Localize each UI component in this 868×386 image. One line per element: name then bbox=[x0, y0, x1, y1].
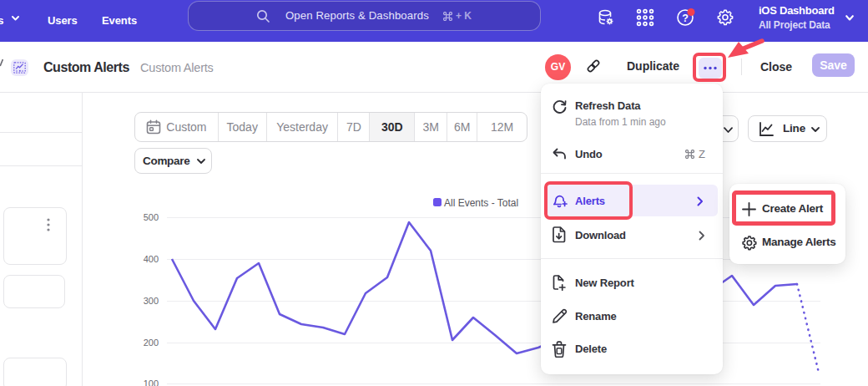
svg-text:?: ? bbox=[682, 13, 689, 24]
